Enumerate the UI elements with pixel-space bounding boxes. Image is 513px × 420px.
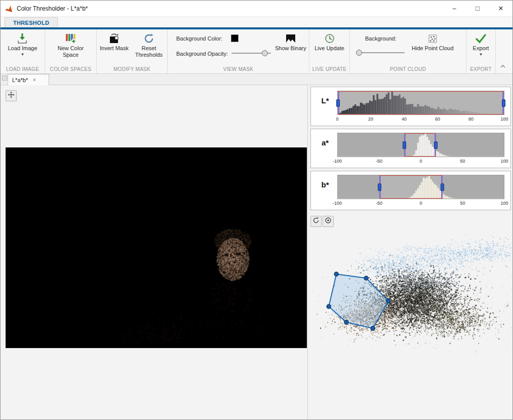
axis-ticks-l: 020406080100 [337, 117, 504, 123]
invert-mask-label: Invert Mask [100, 45, 129, 52]
new-color-space-icon [64, 32, 77, 45]
masked-image-canvas[interactable] [6, 147, 307, 348]
document-tab-label: L*a*b* [12, 77, 28, 83]
tick-label: 100 [500, 201, 508, 206]
section-label: LOAD IMAGE [1, 66, 45, 72]
background-color-swatch[interactable] [231, 34, 239, 42]
minimize-button[interactable]: – [443, 1, 466, 16]
tick-label: 0 [419, 201, 422, 206]
document-tab-bar: L*a*b* ✕ [1, 74, 512, 85]
ribbon-tab-row: THRESHOLD [1, 17, 512, 27]
window-title: Color Thresholder - L*a*b* [17, 5, 88, 12]
tick-label: 80 [468, 117, 473, 122]
rotate-point-cloud-button[interactable] [310, 216, 322, 227]
section-live-update: Live Update LIVE UPDATE [309, 29, 350, 73]
new-color-space-button[interactable]: New Color Space [52, 31, 90, 59]
close-button[interactable]: ✕ [489, 1, 512, 16]
point-cloud-background-slider[interactable] [356, 50, 405, 56]
load-image-icon [16, 32, 29, 45]
tick-label: -50 [376, 159, 382, 164]
section-view-mask: Background Color: Background Opacity: Sh… [168, 29, 309, 73]
selection-handle[interactable] [441, 183, 444, 191]
rotate-3d-icon [312, 217, 320, 226]
maximize-button[interactable]: □ [466, 1, 489, 16]
selection-handle[interactable] [403, 141, 406, 149]
histogram-card-b: b* -100-50050100 [310, 171, 511, 210]
section-label: COLOR SPACES [45, 66, 96, 72]
histogram-plot-l[interactable] [337, 91, 504, 115]
tick-label: -100 [333, 201, 342, 206]
reset-thresholds-button[interactable]: Reset Thresholds [132, 31, 166, 59]
section-label: LIVE UPDATE [309, 66, 349, 72]
threshold-selection[interactable] [379, 175, 443, 199]
load-image-button[interactable]: Load Image ▾ [6, 31, 39, 57]
selection-handle[interactable] [502, 99, 505, 107]
tick-label: 20 [368, 117, 373, 122]
pan-zoom-icon [8, 91, 15, 100]
section-export: Export ▾ EXPORT [466, 29, 496, 73]
background-color-label: Background Color: [176, 35, 222, 42]
tick-label: -50 [376, 201, 382, 206]
new-color-space-label: New Color Space [54, 45, 88, 58]
histogram-plot-b[interactable] [337, 175, 504, 199]
live-update-icon [323, 32, 336, 45]
tick-label: 50 [460, 201, 465, 206]
threshold-selection[interactable] [338, 91, 504, 114]
background-opacity-label: Background Opacity: [176, 51, 228, 57]
threshold-panel: L* 020406080100 a* -100-50050100 b* -100… [308, 85, 512, 419]
explore-button[interactable] [6, 90, 17, 101]
export-check-icon [474, 32, 487, 45]
section-point-cloud: Background: Hide Point Cloud POINT CLOUD [350, 29, 466, 73]
slider-thumb[interactable] [262, 50, 268, 56]
live-update-button[interactable]: Live Update [312, 31, 346, 52]
channel-label-a: a* [315, 138, 335, 147]
point-cloud-canvas[interactable] [312, 228, 512, 356]
toolbar-spacer [496, 29, 512, 73]
point-cloud-background-label: Background: [365, 35, 397, 42]
image-view-panel [1, 85, 308, 419]
section-label: VIEW MASK [168, 66, 309, 72]
background-opacity-slider[interactable] [231, 50, 271, 56]
tick-label: 0 [336, 117, 338, 122]
window-controls: – □ ✕ [443, 1, 512, 16]
selection-handle[interactable] [434, 141, 438, 149]
section-color-spaces: New Color Space COLOR SPACES [45, 29, 97, 73]
caret-down-icon: ▾ [21, 52, 24, 56]
color-thresholder-window: Color Thresholder - L*a*b* – □ ✕ THRESHO… [0, 0, 513, 420]
invert-mask-icon [107, 32, 121, 45]
caret-down-icon: ▾ [480, 52, 482, 56]
export-label: Export [473, 45, 489, 52]
restore-view-button[interactable] [323, 216, 334, 227]
hide-point-cloud-icon [426, 32, 439, 45]
show-binary-icon [284, 32, 297, 45]
histogram-card-l: L* 020406080100 [310, 87, 511, 126]
axis-ticks-b: -100-50050100 [337, 201, 504, 207]
ribbon-toolbar: Load Image ▾ LOAD IMAGE New Color Space … [1, 29, 512, 74]
document-tab-lab[interactable]: L*a*b* ✕ [8, 74, 49, 85]
slider-thumb[interactable] [356, 50, 362, 56]
channel-label-b: b* [315, 180, 335, 189]
tab-threshold[interactable]: THRESHOLD [5, 17, 58, 27]
section-label: MODIFY MASK [97, 66, 167, 72]
threshold-selection[interactable] [404, 133, 436, 157]
histogram-plot-a[interactable] [337, 133, 504, 157]
matlab-logo-icon [5, 5, 13, 13]
show-binary-button[interactable]: Show Binary [273, 31, 308, 52]
reset-thresholds-icon [142, 32, 155, 45]
collapse-ribbon-button[interactable] [498, 63, 507, 69]
selection-handle[interactable] [378, 183, 381, 191]
tick-label: 100 [500, 117, 508, 122]
reset-thresholds-label: Reset Thresholds [134, 45, 164, 58]
tick-label: 50 [460, 159, 465, 164]
channel-label-l: L* [315, 96, 335, 105]
restore-view-icon [325, 217, 332, 226]
invert-mask-button[interactable]: Invert Mask [98, 31, 131, 52]
tab-close-icon[interactable]: ✕ [32, 78, 36, 83]
slider-track[interactable] [356, 52, 405, 53]
panel-handle[interactable] [2, 75, 7, 81]
selection-handle[interactable] [336, 99, 340, 107]
live-update-label: Live Update [314, 45, 344, 52]
export-button[interactable]: Export ▾ [471, 31, 491, 57]
hide-point-cloud-button[interactable]: Hide Point Cloud [410, 31, 456, 52]
tick-label: 100 [500, 159, 508, 164]
